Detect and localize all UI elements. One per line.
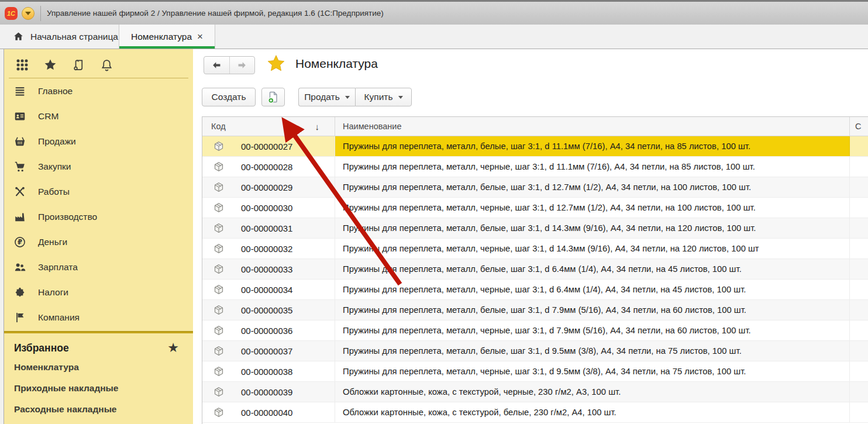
package-icon bbox=[213, 243, 225, 254]
sidebar-item-label: Работы bbox=[38, 187, 70, 197]
back-button[interactable] bbox=[204, 57, 229, 74]
tab-home[interactable]: Начальная страница bbox=[0, 25, 118, 49]
row-name-cell[interactable]: Пружины для переплета, металл, черные, ш… bbox=[335, 239, 850, 258]
row-extra-cell[interactable] bbox=[850, 239, 868, 258]
table-row[interactable]: 00-00000036Пружины для переплета, металл… bbox=[202, 320, 868, 341]
row-extra-cell[interactable] bbox=[850, 218, 868, 238]
sidebar-item-zakupki[interactable]: Закупки bbox=[4, 154, 193, 179]
sidebar-item-kompaniya[interactable]: Компания bbox=[4, 305, 193, 330]
row-code-cell[interactable]: 00-00000036 bbox=[202, 320, 335, 340]
favorites-item-prihodnye-nakladnye[interactable]: Приходные накладные bbox=[4, 378, 193, 399]
row-code-cell[interactable]: 00-00000039 bbox=[202, 382, 335, 402]
favorites-star-icon[interactable] bbox=[43, 57, 58, 73]
table-row[interactable]: 00-00000027Пружины для переплета, металл… bbox=[202, 136, 868, 157]
row-extra-cell[interactable] bbox=[850, 341, 868, 361]
row-code: 00-00000033 bbox=[241, 264, 292, 274]
table-row[interactable]: 00-00000033Пружины для переплета, металл… bbox=[202, 259, 868, 280]
sidebar-item-glavnoe[interactable]: Главное bbox=[4, 78, 193, 104]
package-icon bbox=[213, 140, 225, 152]
row-extra-cell[interactable] bbox=[850, 300, 868, 320]
row-name-cell[interactable]: Пружины для переплета, металл, белые, ша… bbox=[335, 177, 850, 197]
table-row[interactable]: 00-00000038Пружины для переплета, металл… bbox=[202, 361, 868, 382]
row-name-cell[interactable]: Пружины для переплета, металл, черные, ш… bbox=[335, 157, 850, 177]
favorites-item-rashodnye-nakladnye[interactable]: Расходные накладные bbox=[4, 399, 193, 420]
table-row[interactable]: 00-00000031Пружины для переплета, металл… bbox=[202, 218, 868, 239]
table-row[interactable]: 00-00000039Обложки картонные, кожа, с те… bbox=[202, 382, 868, 402]
main-menu-button[interactable] bbox=[22, 7, 35, 20]
notifications-bell-icon[interactable] bbox=[99, 57, 114, 73]
row-extra-cell[interactable] bbox=[850, 402, 868, 422]
row-name-cell[interactable]: Пружины для переплета, металл, белые, ша… bbox=[335, 259, 850, 279]
sidebar-item-crm[interactable]: CRM bbox=[4, 104, 193, 129]
column-header-name[interactable]: Наименование bbox=[335, 117, 850, 136]
favorite-star-icon[interactable] bbox=[266, 54, 286, 74]
sell-button[interactable]: Продать bbox=[298, 88, 355, 106]
row-code-cell[interactable]: 00-00000033 bbox=[202, 259, 335, 279]
row-code-cell[interactable]: 00-00000028 bbox=[202, 157, 335, 177]
row-extra-cell[interactable] bbox=[850, 198, 868, 218]
history-icon[interactable] bbox=[71, 57, 86, 73]
row-code-cell[interactable]: 00-00000031 bbox=[202, 218, 335, 238]
row-code-cell[interactable]: 00-00000035 bbox=[202, 300, 335, 320]
row-code-cell[interactable]: 00-00000038 bbox=[202, 361, 335, 381]
row-code-cell[interactable]: 00-00000034 bbox=[202, 280, 335, 299]
row-code-cell[interactable]: 00-00000040 bbox=[202, 402, 335, 422]
favorites-star-icon[interactable]: ★ bbox=[167, 342, 179, 354]
tab-nomenklatura[interactable]: Номенклатура × bbox=[119, 25, 215, 49]
buy-button[interactable]: Купить bbox=[355, 88, 412, 106]
row-extra-cell[interactable] bbox=[850, 157, 868, 177]
sidebar-item-label: Компания bbox=[38, 312, 80, 323]
table-row[interactable]: 00-00000034Пружины для переплета, металл… bbox=[202, 280, 868, 300]
sort-descending-icon[interactable]: ↓ bbox=[315, 122, 335, 132]
sidebar-item-prodazhi[interactable]: Продажи bbox=[4, 129, 193, 154]
row-code-cell[interactable]: 00-00000030 bbox=[202, 198, 335, 218]
home-icon bbox=[13, 31, 24, 42]
row-name-cell[interactable]: Пружины для переплета, металл, белые, ша… bbox=[335, 300, 850, 320]
forward-button[interactable] bbox=[229, 57, 255, 74]
row-code-cell[interactable]: 00-00000027 bbox=[202, 136, 335, 156]
row-code-cell[interactable]: 00-00000032 bbox=[202, 239, 335, 258]
row-code: 00-00000036 bbox=[241, 326, 292, 336]
sidebar-item-zarplata[interactable]: Зарплата bbox=[4, 254, 193, 280]
sidebar-item-raboty[interactable]: Работы bbox=[4, 179, 193, 204]
apps-grid-icon[interactable] bbox=[15, 57, 30, 73]
table-row[interactable]: 00-00000040Обложки картонные, кожа, с те… bbox=[202, 402, 868, 423]
row-name-cell[interactable]: Пружины для переплета, металл, белые, ша… bbox=[335, 218, 850, 238]
row-extra-cell[interactable] bbox=[850, 177, 868, 197]
row-code: 00-00000029 bbox=[241, 182, 292, 192]
row-name-cell[interactable]: Обложки картонные, кожа, с текстурой, че… bbox=[335, 382, 850, 402]
favorites-list: НоменклатураПриходные накладныеРасходные… bbox=[4, 357, 193, 420]
table-row[interactable]: 00-00000030Пружины для переплета, металл… bbox=[202, 198, 868, 218]
row-name-cell[interactable]: Обложки картонные, кожа, с текстурой, бе… bbox=[335, 402, 850, 422]
create-group-button[interactable] bbox=[261, 88, 285, 106]
row-extra-cell[interactable] bbox=[850, 136, 868, 156]
row-name-cell[interactable]: Пружины для переплета, металл, белые, ша… bbox=[335, 341, 850, 361]
table-row[interactable]: 00-00000035Пружины для переплета, металл… bbox=[202, 300, 868, 320]
row-code-cell[interactable]: 00-00000029 bbox=[202, 177, 335, 197]
table-row[interactable]: 00-00000037Пружины для переплета, металл… bbox=[202, 341, 868, 361]
table-row[interactable]: 00-00000028Пружины для переплета, металл… bbox=[202, 157, 868, 177]
row-name-cell[interactable]: Пружины для переплета, металл, черные, ш… bbox=[335, 361, 850, 381]
sidebar-item-proizvodstvo[interactable]: Производство bbox=[4, 204, 193, 229]
row-extra-cell[interactable] bbox=[850, 320, 868, 340]
flag-icon bbox=[13, 311, 26, 324]
favorites-item-nomenklatura[interactable]: Номенклатура bbox=[4, 357, 193, 378]
row-name-cell[interactable]: Пружины для переплета, металл, белые, ша… bbox=[335, 136, 850, 156]
create-button[interactable]: Создать bbox=[202, 88, 256, 106]
row-name-cell[interactable]: Пружины для переплета, металл, черные, ш… bbox=[335, 198, 850, 218]
row-extra-cell[interactable] bbox=[850, 361, 868, 381]
tab-close-icon[interactable]: × bbox=[197, 32, 203, 42]
table-row[interactable]: 00-00000032Пружины для переплета, металл… bbox=[202, 239, 868, 259]
row-extra-cell[interactable] bbox=[850, 280, 868, 299]
row-extra-cell[interactable] bbox=[850, 259, 868, 279]
row-code-cell[interactable]: 00-00000037 bbox=[202, 341, 335, 361]
package-icon bbox=[213, 325, 225, 336]
sidebar-item-nalogi[interactable]: Налоги bbox=[4, 280, 193, 305]
column-header-code[interactable]: Код ↓ bbox=[202, 117, 335, 136]
row-extra-cell[interactable] bbox=[850, 382, 868, 402]
table-row[interactable]: 00-00000029Пружины для переплета, металл… bbox=[202, 177, 868, 198]
row-name-cell[interactable]: Пружины для переплета, металл, черные, ш… bbox=[335, 320, 850, 340]
column-header-next[interactable]: С bbox=[850, 117, 868, 136]
row-name-cell[interactable]: Пружины для переплета, металл, черные, ш… bbox=[335, 280, 850, 299]
sidebar-item-dengi[interactable]: ₽Деньги bbox=[4, 229, 193, 254]
